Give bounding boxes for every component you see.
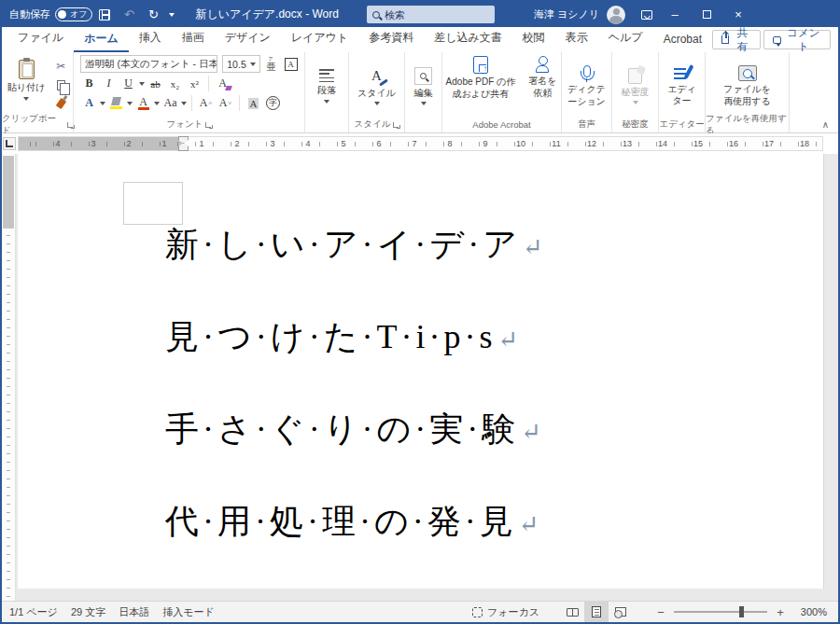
paragraph-menu-button[interactable]: 段落 — [315, 65, 339, 104]
dialog-launcher-icon[interactable] — [67, 122, 73, 128]
minimize-button[interactable]: – — [659, 2, 691, 27]
phonetic-guide-button[interactable]: ア亜 — [262, 55, 280, 73]
change-case-button[interactable]: Aa — [161, 94, 179, 112]
read-mode-button[interactable] — [560, 602, 584, 623]
styles-menu-button[interactable]: A スタイル — [355, 63, 399, 105]
tab-references[interactable]: 参考資料 — [358, 24, 424, 52]
shrink-font-button[interactable]: A˅ — [217, 94, 234, 112]
font-name-combobox[interactable]: 游明朝 (本文のフォント - 日本 — [80, 55, 217, 73]
dialog-launcher-icon[interactable] — [205, 122, 211, 128]
zoom-in-button[interactable]: + — [775, 605, 786, 619]
sensitivity-button[interactable]: 秘密度 — [619, 64, 652, 105]
web-layout-button[interactable] — [609, 602, 633, 623]
document-line[interactable]: 見·つ·け·た·T·i·p·s↵ — [165, 317, 543, 360]
search-box[interactable] — [367, 6, 495, 23]
dictate-button[interactable]: ディクテーション — [564, 62, 610, 107]
tab-draw[interactable]: 描画 — [172, 24, 215, 52]
grow-font-button[interactable]: A˄ — [197, 94, 215, 112]
comments-button[interactable]: コメント — [763, 30, 831, 49]
autosave-toggle[interactable]: 自動保存 オフ — [9, 7, 92, 21]
dialog-launcher-icon[interactable] — [393, 122, 399, 128]
ruler-number: 5 — [326, 137, 361, 150]
superscript-button[interactable]: x² — [186, 75, 203, 92]
zoom-slider-track[interactable] — [674, 611, 767, 613]
page-number-status[interactable]: 1/1 ページ — [9, 605, 58, 619]
close-button[interactable]: × — [722, 2, 754, 27]
underline-button[interactable]: U — [119, 75, 137, 92]
zoom-out-button[interactable]: − — [655, 605, 666, 619]
cut-button[interactable]: ✂ — [51, 58, 70, 75]
collapse-ribbon-button[interactable]: ∧ — [822, 119, 829, 130]
tab-selector-button[interactable] — [3, 137, 16, 150]
document-page[interactable]: 新·し·い·ア·イ·デ·ア↵ 見·つ·け·た·T·i·p·s↵ 手·さ·ぐ·り·… — [18, 154, 823, 589]
chevron-down-icon[interactable] — [127, 102, 133, 105]
tab-insert[interactable]: 挿入 — [129, 24, 172, 52]
ruler-number: 11 — [539, 137, 574, 150]
insert-mode-status[interactable]: 挿入モード — [162, 605, 215, 619]
share-button[interactable]: 共有 — [712, 30, 761, 49]
editor-button[interactable]: エディター — [664, 62, 701, 107]
zoom-control: − + — [655, 605, 786, 619]
styles-group-label: スタイル — [355, 118, 391, 131]
chevron-down-icon[interactable] — [154, 102, 160, 105]
acrobat-group-label: Adobe Acrobat — [472, 119, 530, 130]
create-pdf-button[interactable]: Adobe PDF の作成および共有 — [442, 52, 519, 100]
save-button[interactable] — [92, 2, 117, 27]
maximize-button[interactable] — [691, 2, 722, 27]
format-painter-button[interactable] — [51, 95, 70, 112]
ribbon-end: ∧ — [790, 52, 838, 132]
ribbon-display-options-button[interactable] — [635, 2, 659, 27]
subscript-button[interactable]: x₂ — [166, 75, 184, 92]
zoom-level[interactable]: 300% — [795, 606, 827, 617]
clear-formatting-button[interactable]: A — [214, 75, 231, 92]
document-line[interactable]: 新·し·い·ア·イ·デ·ア↵ — [165, 225, 543, 268]
document-line[interactable]: 手·さ·ぐ·り·の·実·験↵ — [165, 409, 543, 452]
search-input[interactable] — [385, 9, 489, 21]
font-size-combobox[interactable]: 10.5 — [222, 55, 260, 73]
focus-mode-button[interactable]: フォーカス — [472, 605, 539, 619]
print-layout-button[interactable] — [584, 602, 609, 623]
web-layout-icon — [615, 607, 626, 617]
character-border-button[interactable]: A — [282, 55, 300, 73]
strikethrough-button[interactable]: ab — [147, 75, 164, 92]
highlight-color-button[interactable] — [107, 94, 125, 112]
reuse-files-button[interactable]: ファイルを再使用する — [717, 62, 778, 107]
editing-menu-button[interactable]: 編集 — [412, 63, 436, 106]
tab-review[interactable]: 校閲 — [512, 24, 555, 52]
tab-home[interactable]: ホーム — [74, 25, 129, 53]
italic-button[interactable]: I — [100, 75, 118, 92]
chevron-down-icon[interactable] — [181, 102, 187, 105]
char-count-status[interactable]: 29 文字 — [71, 605, 105, 619]
tab-acrobat[interactable]: Acrobat — [653, 27, 712, 52]
chevron-down-icon[interactable] — [100, 102, 105, 105]
bold-button[interactable]: B — [80, 75, 98, 92]
chevron-down-icon[interactable] — [139, 82, 145, 86]
chevron-down-icon — [421, 102, 427, 105]
zoom-slider-thumb[interactable] — [739, 606, 744, 617]
request-signatures-button[interactable]: 署名を依頼 — [525, 52, 561, 99]
language-status[interactable]: 日本語 — [119, 605, 149, 619]
tab-mailings[interactable]: 差し込み文書 — [424, 24, 512, 52]
tab-file[interactable]: ファイル — [7, 24, 74, 52]
maximize-icon — [703, 10, 711, 19]
font-color-button[interactable]: A — [134, 94, 152, 112]
redo-button[interactable]: ↻ — [141, 2, 165, 27]
autosave-label: 自動保存 — [9, 7, 50, 21]
enclose-characters-button[interactable]: 字 — [264, 94, 282, 112]
text-effects-button[interactable]: A — [80, 94, 98, 112]
ruler-number: 1 — [184, 137, 219, 150]
tab-design[interactable]: デザイン — [215, 24, 281, 52]
document-line[interactable]: 代·用·処·理·の·発·見↵ — [165, 502, 543, 545]
user-avatar[interactable] — [607, 6, 625, 24]
tab-layout[interactable]: レイアウト — [281, 24, 358, 52]
quick-access-menu-button[interactable] — [165, 2, 178, 27]
tab-help[interactable]: ヘルプ — [598, 24, 653, 52]
sensitivity-group: 秘密度 秘密度 — [612, 52, 659, 132]
character-shading-button[interactable]: A — [245, 94, 262, 112]
tab-view[interactable]: 表示 — [555, 24, 598, 52]
comment-icon — [773, 36, 781, 44]
title-bar: 自動保存 オフ ↶ ↻ 新しいアイデア.docx - Word 海津 ヨシノリ … — [2, 2, 838, 27]
undo-button[interactable]: ↶ — [117, 2, 141, 27]
paste-button[interactable]: 貼り付け — [5, 56, 48, 101]
copy-button[interactable] — [51, 76, 70, 93]
